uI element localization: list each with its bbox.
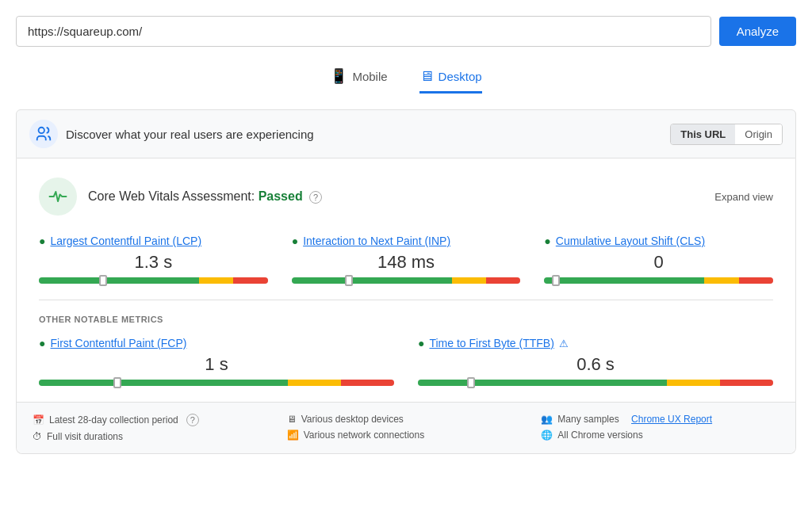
metric-progress-bar — [418, 380, 773, 386]
wifi-icon: 📶 — [287, 429, 299, 441]
metric-marker — [552, 275, 560, 286]
metric-progress-bar — [39, 380, 394, 386]
monitor-icon: 🖥 — [287, 414, 297, 425]
metric-item: ● First Contentful Paint (FCP) 1 s — [39, 337, 394, 386]
tab-mobile-label: Mobile — [352, 70, 387, 83]
metric-value: 1 s — [39, 354, 394, 375]
tab-mobile[interactable]: 📱 Mobile — [330, 61, 387, 94]
footer-row-visit: ⏱ Full visit durations — [33, 431, 271, 442]
cwv-title: Core Web Vitals Assessment: Passed ? — [88, 189, 322, 204]
users-icon — [29, 120, 58, 148]
cwv-header: Core Web Vitals Assessment: Passed ? Exp… — [39, 178, 773, 216]
metric-value: 148 ms — [292, 252, 521, 273]
expand-view-button[interactable]: Expand view — [714, 191, 773, 203]
metric-label: ● Time to First Byte (TTFB) ⚠ — [418, 337, 773, 349]
footer-col3: 👥 Many samples Chrome UX Report 🌐 All Ch… — [541, 414, 779, 442]
metric-marker — [99, 275, 107, 286]
footer-devices-text: Various desktop devices — [301, 414, 404, 425]
metric-item: ● Interaction to Next Paint (INP) 148 ms — [292, 235, 521, 284]
other-metrics-grid: ● First Contentful Paint (FCP) 1 s ● Tim… — [39, 337, 773, 386]
chrome-ux-report-link[interactable]: Chrome UX Report — [631, 414, 712, 425]
metric-label: ● Largest Contentful Paint (LCP) — [39, 235, 268, 247]
footer-row-chrome: 🌐 All Chrome versions — [541, 429, 779, 441]
metric-dot: ● — [292, 235, 298, 247]
cwv-title-text: Core Web Vitals Assessment: — [88, 189, 255, 203]
metric-marker — [113, 377, 121, 388]
footer-row-network: 📶 Various network connections — [287, 429, 526, 441]
main-card: Core Web Vitals Assessment: Passed ? Exp… — [16, 158, 796, 454]
metric-dot: ● — [418, 337, 424, 349]
metric-item: ● Time to First Byte (TTFB) ⚠ 0.6 s — [418, 337, 773, 386]
desktop-icon: 🖥 — [419, 68, 434, 85]
metric-value: 1.3 s — [39, 252, 268, 273]
alert-icon: ⚠ — [559, 338, 569, 349]
footer-samples-text: Many samples — [557, 414, 619, 425]
footer-row-samples: 👥 Many samples Chrome UX Report — [541, 414, 779, 425]
cwv-title-row: Core Web Vitals Assessment: Passed ? — [39, 178, 322, 216]
banner-left: Discover what your real users are experi… — [29, 120, 314, 148]
url-bar: Analyze — [16, 16, 796, 47]
clock-icon: ⏱ — [33, 431, 42, 442]
metric-label: ● First Contentful Paint (FCP) — [39, 337, 394, 349]
url-origin-toggle: This URL Origin — [670, 124, 783, 145]
metric-dot: ● — [39, 337, 45, 349]
footer-network-text: Various network connections — [304, 429, 425, 441]
footer-28day-info[interactable]: ? — [186, 414, 199, 426]
footer-28day-text: Latest 28-day collection period — [49, 414, 178, 426]
metric-progress-bar — [39, 277, 268, 284]
cwv-info-icon[interactable]: ? — [309, 191, 322, 204]
svg-point-0 — [39, 128, 44, 133]
cwv-status: Passed — [259, 189, 303, 203]
origin-button[interactable]: Origin — [735, 124, 782, 144]
chrome-icon: 🌐 — [541, 429, 553, 441]
calendar-icon: 📅 — [33, 414, 44, 426]
metric-dot: ● — [544, 235, 550, 247]
footer-col1: 📅 Latest 28-day collection period ? ⏱ Fu… — [33, 414, 271, 442]
metric-marker — [467, 377, 475, 388]
metric-link[interactable]: First Contentful Paint (FCP) — [50, 337, 186, 349]
tabs-container: 📱 Mobile 🖥 Desktop — [16, 61, 796, 94]
this-url-button[interactable]: This URL — [671, 124, 735, 144]
url-input[interactable] — [16, 16, 711, 47]
metric-value: 0.6 s — [418, 354, 773, 375]
cwv-icon — [39, 178, 77, 216]
real-users-banner: Discover what your real users are experi… — [16, 109, 796, 158]
metric-link[interactable]: Cumulative Layout Shift (CLS) — [556, 235, 705, 247]
metric-item: ● Cumulative Layout Shift (CLS) 0 — [544, 235, 773, 284]
metric-link[interactable]: Largest Contentful Paint (LCP) — [50, 235, 201, 247]
metric-link[interactable]: Time to First Byte (TTFB) — [429, 337, 553, 349]
metric-label: ● Cumulative Layout Shift (CLS) — [544, 235, 773, 247]
other-metrics-label: OTHER NOTABLE METRICS — [39, 315, 773, 324]
metric-progress-bar — [544, 277, 773, 284]
section-divider — [39, 300, 773, 300]
analyze-button[interactable]: Analyze — [719, 17, 796, 46]
footer-col2: 🖥 Various desktop devices 📶 Various netw… — [287, 414, 526, 442]
core-metrics-grid: ● Largest Contentful Paint (LCP) 1.3 s ●… — [39, 235, 773, 284]
metric-link[interactable]: Interaction to Next Paint (INP) — [303, 235, 450, 247]
metric-dot: ● — [39, 235, 45, 247]
mobile-icon: 📱 — [330, 67, 347, 85]
footer-visit-text: Full visit durations — [47, 431, 123, 442]
metric-item: ● Largest Contentful Paint (LCP) 1.3 s — [39, 235, 268, 284]
tab-desktop[interactable]: 🖥 Desktop — [419, 61, 482, 94]
group-icon: 👥 — [541, 414, 553, 425]
tab-desktop-label: Desktop — [439, 70, 482, 83]
banner-text: Discover what your real users are experi… — [66, 128, 314, 141]
metric-progress-bar — [292, 277, 521, 284]
metric-value: 0 — [544, 252, 773, 273]
footer-row-devices: 🖥 Various desktop devices — [287, 414, 526, 425]
footer-row-28day: 📅 Latest 28-day collection period ? — [33, 414, 271, 426]
footer-info: 📅 Latest 28-day collection period ? ⏱ Fu… — [17, 402, 795, 453]
footer-chrome-text: All Chrome versions — [557, 429, 642, 441]
metric-label: ● Interaction to Next Paint (INP) — [292, 235, 521, 247]
metric-marker — [345, 275, 353, 286]
